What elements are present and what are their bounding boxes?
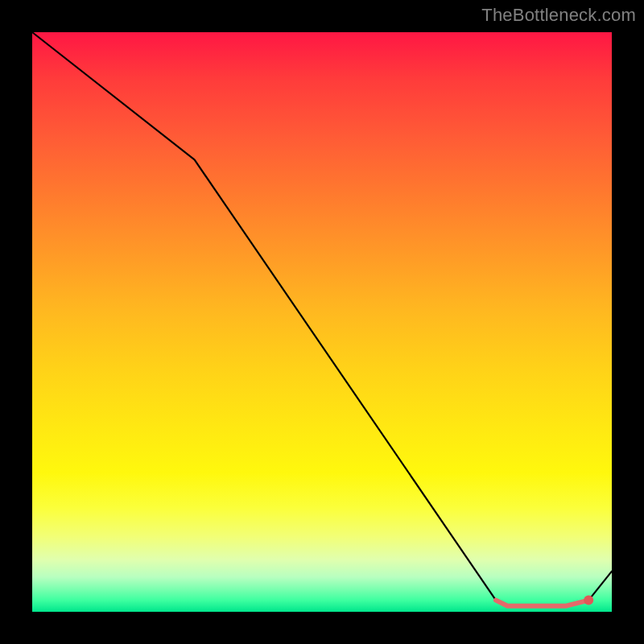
optimal-end-dot [584,596,593,605]
chart-frame: TheBottleneck.com [0,0,644,644]
chart-svg [32,32,612,612]
optimal-range-curve [496,601,588,606]
bottleneck-curve [32,32,612,606]
watermark-text: TheBottleneck.com [481,5,636,26]
plot-area [32,32,612,612]
